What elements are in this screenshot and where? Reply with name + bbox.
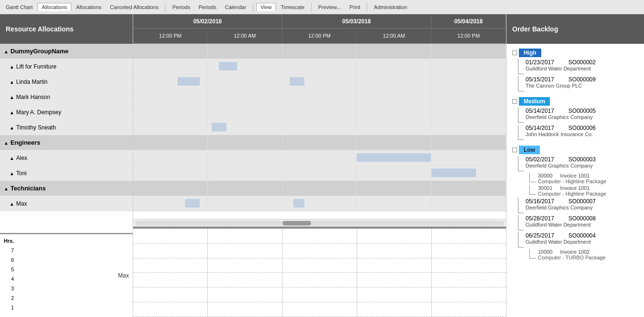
- gantt-cell: [208, 135, 283, 150]
- calendar-btn[interactable]: Calendar: [221, 3, 250, 11]
- gantt-cell: [208, 196, 283, 211]
- periods-btn-2[interactable]: Periods: [195, 3, 220, 11]
- order-row-so000008[interactable]: 05/28/2017 SO000008 Guildford Water Depa…: [518, 214, 640, 231]
- order-row-so000005[interactable]: 05/14/2017 SO000005 Deerfield Graphics C…: [518, 107, 640, 124]
- medium-orders: 05/14/2017 SO000005 Deerfield Graphics C…: [510, 107, 640, 141]
- print-btn[interactable]: Print: [346, 3, 364, 11]
- y-axis-2: 2: [11, 293, 14, 303]
- sub-item-info: 30001 Invoice 1001 Computer - Highline P…: [538, 185, 606, 197]
- priority-low-section: Low 05/02/2017 SO000003 Deerfi: [507, 143, 644, 263]
- group-dummygroupname[interactable]: ▲ DummyGroupName: [0, 44, 133, 59]
- order-backlog: Order Backlog High 01/23/2017 S: [506, 14, 644, 317]
- gantt-cell: [357, 59, 431, 74]
- order-so: SO000003: [568, 156, 595, 163]
- collapse-box-low[interactable]: [512, 148, 517, 152]
- allocations-btn-1[interactable]: Allocations: [38, 3, 71, 11]
- gantt-cell: [208, 44, 283, 59]
- gantt-cell: [208, 181, 283, 196]
- gantt-row-lift-furniture: [133, 59, 506, 74]
- administration-btn[interactable]: Administration: [370, 3, 411, 11]
- gantt-area: 05/02/2018 05/03/2018 05/04/2018 12:00 P…: [133, 14, 506, 317]
- view-btn[interactable]: View: [256, 3, 276, 11]
- resource-tree[interactable]: ▲ DummyGroupName ▲ Lift for Furniture ▲ …: [0, 44, 133, 233]
- chart-col-3: [283, 228, 357, 317]
- item-expand-icon: ▲: [10, 201, 14, 206]
- tree-item-mary-dempsey[interactable]: ▲ Mary A. Dempsey: [0, 105, 133, 120]
- high-orders: 01/23/2017 SO000002 Guildford Water Depa…: [510, 58, 640, 92]
- gantt-cell: [133, 166, 208, 180]
- gantt-cell: [431, 181, 506, 196]
- collapse-box-high[interactable]: [512, 50, 517, 55]
- gantt-cell: [133, 105, 208, 119]
- timescale-btn[interactable]: Timescale: [277, 3, 308, 11]
- backlog-header: Order Backlog: [507, 14, 644, 44]
- order-row-so000003[interactable]: 05/02/2017 SO000003 Deerfield Graphics C…: [518, 155, 640, 172]
- tree-item-lift-for-furniture[interactable]: ▲ Lift for Furniture: [0, 59, 133, 74]
- group-technicians[interactable]: ▲ Technicians: [0, 181, 133, 196]
- sub-item-30000: 30000 Invoice 1001 Computer - Highline P…: [529, 172, 640, 185]
- main-container: Resource Allocations ▲ DummyGroupName ▲ …: [0, 14, 644, 317]
- gantt-hscrollbar-thumb[interactable]: [283, 221, 311, 226]
- gantt-cell: [431, 105, 506, 119]
- group-engineers[interactable]: ▲ Engineers: [0, 135, 133, 150]
- order-row-so000009[interactable]: 05/15/2017 SO000009 The Cannon Group PLC: [518, 75, 640, 92]
- bottom-gantt-inner: [133, 228, 506, 317]
- chart-left-panel: Hrs. 7 6 5 4 3 2 1 Max: [0, 234, 133, 317]
- tree-item-mark-hanson[interactable]: ▲ Mark Hanson: [0, 89, 133, 105]
- order-info: 05/15/2017 SO000009 The Cannon Group PLC: [526, 76, 595, 89]
- gantt-cell: [283, 89, 357, 104]
- tree-item-label: Mary A. Dempsey: [16, 109, 61, 116]
- periods-btn-1[interactable]: Periods: [168, 3, 194, 11]
- gantt-cell: [283, 120, 357, 135]
- allocations-btn-2[interactable]: Allocations: [72, 3, 105, 11]
- tree-item-max[interactable]: ▲ Max: [0, 196, 133, 211]
- order-company: The Cannon Group PLC: [526, 83, 595, 89]
- tree-item-toni[interactable]: ▲ Toni: [0, 166, 133, 181]
- gantt-cell: [133, 120, 208, 135]
- gantt-cell: [431, 150, 506, 165]
- resource-allocations-header: Resource Allocations: [0, 14, 133, 44]
- gantt-scrollbar-row[interactable]: [133, 219, 506, 227]
- tree-item-alex[interactable]: ▲ Alex: [0, 150, 133, 166]
- gantt-cell: [133, 59, 208, 74]
- order-so: SO000006: [568, 125, 595, 131]
- gantt-row-max: [133, 196, 506, 211]
- gantt-cell: [208, 166, 283, 180]
- group-label: DummyGroupName: [10, 48, 68, 55]
- gantt-chart-btn[interactable]: Gantt Chart: [2, 3, 37, 11]
- order-row-so000007[interactable]: 05/16/2017 SO000007 Deerfield Graphics C…: [518, 197, 640, 214]
- separator-3: [311, 2, 312, 12]
- order-info: 06/25/2017 SO000004 Guildford Water Depa…: [526, 232, 595, 245]
- gantt-time-3: 12:00 AM: [357, 29, 431, 43]
- order-row-so000004[interactable]: 06/25/2017 SO000004 Guildford Water Depa…: [518, 231, 640, 248]
- gantt-date-0502: 05/02/2018: [133, 14, 282, 28]
- order-row-so000002[interactable]: 01/23/2017 SO000002 Guildford Water Depa…: [518, 58, 640, 75]
- y-axis-4: 4: [11, 274, 14, 284]
- chart-col-4: [357, 228, 432, 317]
- gantt-cell: [133, 181, 208, 196]
- tree-item-linda-martin[interactable]: ▲ Linda Martin: [0, 74, 133, 89]
- collapse-box-medium[interactable]: [512, 99, 517, 104]
- gantt-cell: [283, 44, 357, 59]
- gantt-row-linda-martin: [133, 74, 506, 89]
- sub-id: 30001: [538, 185, 553, 191]
- gantt-cell: [133, 150, 208, 165]
- preview-btn[interactable]: Preview...: [314, 3, 345, 11]
- canceled-allocations-btn[interactable]: Canceled Allocations: [106, 3, 162, 11]
- tree-item-label: Mark Hanson: [16, 94, 50, 100]
- chart-col-1: [133, 228, 208, 317]
- backlog-content[interactable]: High 01/23/2017 SO000002 Guildford Water…: [507, 44, 644, 317]
- order-row-so000006[interactable]: 05/14/2017 SO000006 John Haddock Insuran…: [518, 124, 640, 141]
- gantt-row-toni: [133, 166, 506, 181]
- order-so: SO000007: [568, 198, 595, 205]
- gantt-row-mary-dempsey: [133, 105, 506, 120]
- low-orders: 05/02/2017 SO000003 Deerfield Graphics C…: [510, 155, 640, 261]
- sub-invoice: Invoice 1002: [560, 249, 590, 255]
- left-panel: Resource Allocations ▲ DummyGroupName ▲ …: [0, 14, 133, 317]
- separator-2: [253, 2, 254, 12]
- tree-item-timothy-sneath[interactable]: ▲ Timothy Sneath: [0, 120, 133, 135]
- gantt-cell: [208, 59, 283, 74]
- gantt-cell: [283, 74, 357, 89]
- gantt-rows[interactable]: [133, 44, 506, 219]
- gantt-hscrollbar[interactable]: [135, 221, 504, 226]
